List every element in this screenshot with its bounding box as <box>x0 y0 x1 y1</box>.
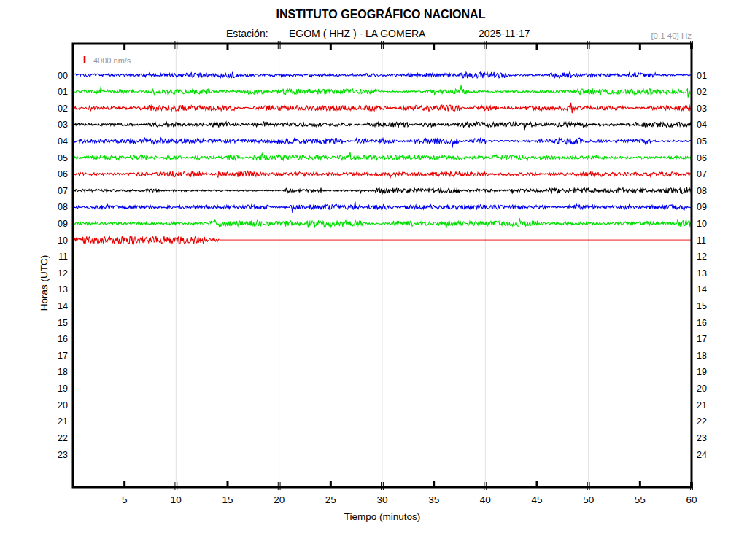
x-axis-title: Tiempo (minutos) <box>344 511 421 522</box>
x-tick-labels-layer: 51015202530354045505560 <box>122 494 697 505</box>
hour-label-left: 10 <box>58 236 68 246</box>
hour-label-left: 22 <box>58 433 68 443</box>
hour-label-left: 15 <box>58 318 68 328</box>
hour-label-right: 23 <box>697 433 707 443</box>
hour-label-right: 18 <box>697 351 707 361</box>
x-tick-label: 20 <box>274 494 285 505</box>
hour-label-right: 21 <box>697 400 707 411</box>
hour-label-right: 16 <box>697 318 707 328</box>
gridlines-layer <box>176 44 588 487</box>
hour-label-left: 07 <box>58 186 68 196</box>
x-tick-label: 35 <box>428 494 439 505</box>
hour-label-right: 14 <box>697 284 707 295</box>
hour-label-left: 13 <box>58 284 68 295</box>
station-value: EGOM ( HHZ ) - LA GOMERA <box>289 28 426 39</box>
hour-label-right: 13 <box>697 268 707 279</box>
page-title: INSTITUTO GEOGRÁFICO NACIONAL <box>276 7 486 20</box>
x-tick-label: 25 <box>325 494 336 505</box>
hour-label-right: 02 <box>697 87 707 97</box>
hour-label-left: 12 <box>58 268 68 279</box>
date-label: 2025-11-17 <box>479 28 530 39</box>
hour-label-right: 20 <box>697 384 707 394</box>
x-tick-label: 60 <box>686 494 697 505</box>
hour-label-left: 01 <box>58 87 68 97</box>
hour-label-left: 08 <box>58 202 68 212</box>
hour-label-left: 14 <box>58 301 68 311</box>
left-hour-labels-layer: 0001020304050607080910111213141516171819… <box>58 71 68 460</box>
hour-label-left: 02 <box>58 104 68 114</box>
hour-label-left: 00 <box>58 71 68 81</box>
x-tick-label: 10 <box>171 494 182 505</box>
hour-label-right: 17 <box>697 334 707 344</box>
scale-bar-label: 4000 nm/s <box>93 56 131 65</box>
hour-label-left: 17 <box>58 351 68 361</box>
trace-hour-10 <box>73 236 220 244</box>
hour-label-left: 16 <box>58 334 68 344</box>
hour-label-left: 11 <box>58 252 68 262</box>
hour-label-left: 20 <box>58 400 68 411</box>
helicorder-page: INSTITUTO GEOGRÁFICO NACIONAL Estación: … <box>0 0 747 560</box>
hour-label-left: 04 <box>58 136 68 147</box>
right-hour-labels-layer: 0102030405060708091011121314151617181920… <box>697 71 707 460</box>
hour-label-right: 19 <box>697 367 707 377</box>
station-label: Estación: <box>226 28 268 39</box>
x-tick-label: 40 <box>480 494 491 505</box>
hour-label-right: 11 <box>697 236 706 246</box>
hour-label-right: 12 <box>697 252 707 262</box>
hour-label-right: 04 <box>697 120 707 130</box>
y-axis-title: Horas (UTC) <box>39 255 50 311</box>
x-tick-label: 30 <box>376 494 387 505</box>
hour-label-right: 05 <box>697 136 707 147</box>
hour-label-right: 03 <box>697 104 707 114</box>
x-tick-label: 5 <box>122 494 128 505</box>
hour-label-left: 03 <box>58 120 68 130</box>
helicorder-chart: INSTITUTO GEOGRÁFICO NACIONAL Estación: … <box>0 0 747 560</box>
hour-label-right: 09 <box>697 202 707 212</box>
hour-label-right: 06 <box>697 153 707 163</box>
x-tick-label: 15 <box>222 494 233 505</box>
hour-label-right: 07 <box>697 169 707 179</box>
hour-label-left: 21 <box>58 416 68 427</box>
hour-label-right: 08 <box>697 186 707 196</box>
hour-label-left: 18 <box>58 367 68 377</box>
hour-label-left: 09 <box>58 219 68 229</box>
filter-band-label: [0.1 40] Hz <box>651 31 692 40</box>
x-tick-label: 50 <box>583 494 594 505</box>
hour-label-left: 05 <box>58 153 68 163</box>
x-tick-label: 55 <box>635 494 646 505</box>
hour-label-right: 10 <box>697 219 707 229</box>
hour-label-right: 15 <box>697 301 707 311</box>
hour-label-left: 06 <box>58 169 68 179</box>
x-tick-label: 45 <box>531 494 542 505</box>
hour-label-right: 24 <box>697 450 707 460</box>
hour-label-left: 23 <box>58 450 68 460</box>
hour-label-left: 19 <box>58 384 68 394</box>
hour-label-right: 01 <box>697 71 707 81</box>
hour-label-right: 22 <box>697 416 707 427</box>
